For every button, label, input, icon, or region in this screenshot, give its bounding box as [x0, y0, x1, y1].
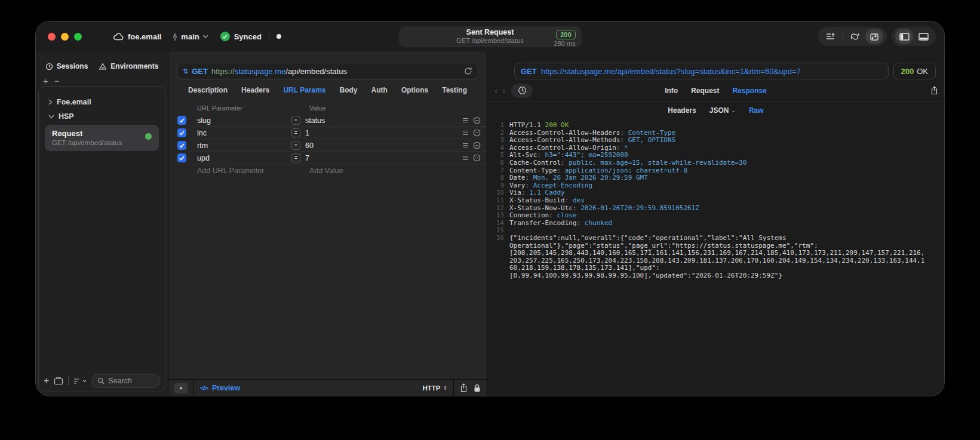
- sort-filter-icon[interactable]: [73, 378, 87, 384]
- sidebar: Sessions Environments + −: [36, 51, 168, 396]
- request-method[interactable]: GET: [192, 67, 208, 76]
- minimize-window-button[interactable]: [61, 33, 69, 41]
- history-button[interactable]: [511, 84, 533, 98]
- param-enabled-checkbox[interactable]: [177, 153, 186, 162]
- request-item-selected[interactable]: Request GET /api/embed/status: [45, 125, 159, 151]
- history-back-icon[interactable]: ‹: [494, 85, 497, 96]
- request-editor-tab[interactable]: Auth: [371, 86, 388, 94]
- equals-operator-icon[interactable]: =: [291, 153, 300, 162]
- add-param-row: Add URL Parameter Add Value: [168, 164, 487, 177]
- code-line: [0,99.94,100,99.93,99.98,99.95,100],"upd…: [491, 272, 939, 280]
- resend-request-icon[interactable]: [464, 67, 472, 75]
- search-input[interactable]: Search: [91, 374, 160, 388]
- equals-operator-icon[interactable]: =: [291, 141, 300, 150]
- equals-operator-icon[interactable]: =: [291, 128, 300, 137]
- collapse-panel-button[interactable]: ▲: [174, 383, 188, 393]
- project-switcher[interactable]: foe.email: [113, 32, 161, 41]
- param-options-lines-icon[interactable]: [462, 143, 469, 149]
- param-row[interactable]: rtm = 60: [168, 139, 487, 152]
- sidebar-tabs: Sessions Environments: [36, 56, 168, 76]
- request-editor-tab[interactable]: Body: [340, 86, 358, 94]
- param-value-field[interactable]: 7: [305, 154, 462, 162]
- code-line: 14Transfer-Encoding: chunked: [491, 220, 939, 227]
- response-subtab[interactable]: Headers: [668, 106, 696, 115]
- remove-param-icon[interactable]: [473, 129, 481, 137]
- close-window-button[interactable]: [48, 33, 56, 41]
- sync-status[interactable]: Synced: [220, 32, 262, 41]
- add-session-button[interactable]: +: [43, 76, 48, 86]
- toolbar-actions-group: [818, 27, 887, 46]
- param-options-lines-icon[interactable]: [462, 118, 469, 124]
- code-line: 3Access-Control-Allow-Methods: GET, OPTI…: [491, 137, 939, 144]
- code-line: 13Connection: close: [491, 212, 939, 220]
- protocol-selector[interactable]: HTTP ⇕: [422, 384, 447, 392]
- toggle-bottom-panel-button[interactable]: [914, 29, 932, 44]
- remove-param-icon[interactable]: [473, 141, 481, 149]
- param-name-field[interactable]: rtm: [197, 141, 291, 150]
- param-options-lines-icon[interactable]: [462, 155, 469, 161]
- request-url-input[interactable]: https://statuspage.me/api/embed/status: [211, 67, 460, 76]
- response-subtab[interactable]: JSON⌄: [709, 106, 736, 115]
- param-row[interactable]: upd = 7: [168, 152, 487, 164]
- import-request-button[interactable]: [865, 29, 883, 44]
- response-tab[interactable]: Request: [691, 87, 719, 95]
- sent-request-url-box[interactable]: GET https://statuspage.me/api/embed/stat…: [514, 63, 889, 79]
- param-row[interactable]: slug = status: [168, 114, 487, 127]
- lock-icon[interactable]: [474, 384, 481, 392]
- param-enabled-checkbox[interactable]: [177, 128, 186, 137]
- status-code-badge: 200: [556, 30, 575, 39]
- response-subtab[interactable]: Raw: [749, 106, 764, 115]
- param-name-field[interactable]: upd: [197, 154, 291, 162]
- response-tab[interactable]: Info: [665, 87, 678, 95]
- add-url-parameter-button[interactable]: Add URL Parameter: [197, 167, 296, 175]
- request-url-bar[interactable]: ⇅ GET https://statuspage.me/api/embed/st…: [177, 63, 478, 79]
- branch-switcher[interactable]: main: [172, 32, 208, 41]
- request-editor-tab[interactable]: URL Params: [283, 86, 325, 94]
- response-status-code: 200: [901, 67, 914, 76]
- param-enabled-checkbox[interactable]: [177, 141, 186, 150]
- request-editor-footer: ▲ </> Preview HTTP ⇕: [168, 379, 487, 396]
- method-selector-arrows-icon[interactable]: ⇅: [183, 67, 188, 75]
- unsaved-indicator-dot: [277, 34, 281, 39]
- synced-check-icon: [220, 32, 230, 41]
- request-status-pill[interactable]: Sent Request GET /api/embed/status 200 2…: [399, 26, 582, 47]
- param-name-field[interactable]: inc: [197, 129, 291, 137]
- response-tab[interactable]: Response: [732, 87, 766, 95]
- remove-param-icon[interactable]: [473, 116, 481, 124]
- param-name-field[interactable]: slug: [197, 116, 291, 125]
- chevron-right-icon: [48, 99, 53, 105]
- tab-environments[interactable]: Environments: [99, 62, 158, 70]
- zoom-window-button[interactable]: [74, 33, 82, 41]
- param-row[interactable]: inc = 1: [168, 127, 487, 139]
- compare-sync-button[interactable]: [846, 29, 864, 44]
- tree-group-foe-email[interactable]: Foe.email: [44, 95, 160, 109]
- request-editor-tab[interactable]: Headers: [241, 86, 269, 94]
- add-value-button[interactable]: Add Value: [309, 167, 343, 175]
- request-editor-tab[interactable]: Testing: [442, 86, 467, 94]
- add-request-button[interactable]: +: [44, 376, 49, 386]
- request-editor-tabs: DescriptionHeadersURL ParamsBodyAuthOpti…: [168, 79, 487, 101]
- param-value-field[interactable]: 60: [305, 141, 462, 150]
- param-enabled-checkbox[interactable]: [177, 116, 186, 125]
- request-editor-tab[interactable]: Options: [401, 86, 428, 94]
- param-value-field[interactable]: 1: [305, 129, 462, 137]
- toggle-sidebar-button[interactable]: [895, 29, 913, 44]
- preview-button[interactable]: </> Preview: [200, 384, 240, 392]
- request-status-dot: [145, 133, 152, 140]
- remove-param-icon[interactable]: [473, 154, 481, 162]
- history-forward-icon[interactable]: ›: [502, 85, 505, 96]
- tab-sessions[interactable]: Sessions: [45, 62, 88, 70]
- equals-operator-icon[interactable]: =: [291, 116, 300, 125]
- param-options-lines-icon[interactable]: [462, 130, 469, 136]
- share-response-icon[interactable]: [930, 86, 938, 95]
- new-group-folder-icon[interactable]: [54, 377, 63, 385]
- code-line: 60,218,159,138,178,135,173,141],"upd":: [491, 264, 939, 272]
- param-value-field[interactable]: status: [305, 116, 462, 125]
- request-editor-tab[interactable]: Description: [188, 86, 228, 94]
- tree-group-hsp[interactable]: HSP: [44, 109, 160, 124]
- raw-response-body[interactable]: 1HTTP/1.1 200 OK2Access-Control-Allow-He…: [487, 119, 944, 396]
- share-export-icon[interactable]: [460, 383, 468, 392]
- remove-session-button[interactable]: −: [54, 76, 60, 86]
- desktop-background: foe.email main Synced: [0, 0, 980, 440]
- sort-requests-button[interactable]: [822, 29, 840, 44]
